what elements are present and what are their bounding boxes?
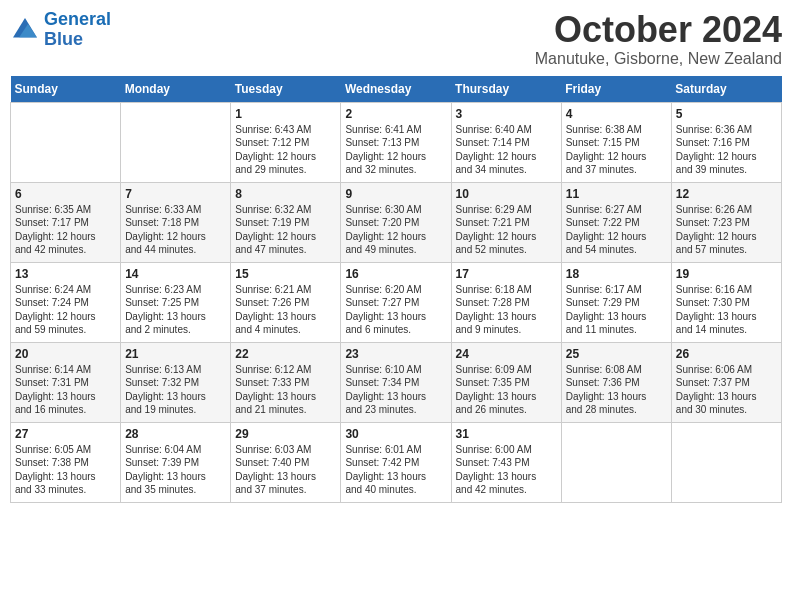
day-info: Sunrise: 6:23 AM Sunset: 7:25 PM Dayligh… (125, 283, 226, 337)
page-header: General Blue October 2024 Manutuke, Gisb… (10, 10, 782, 68)
weekday-header-tuesday: Tuesday (231, 76, 341, 103)
day-info: Sunrise: 6:27 AM Sunset: 7:22 PM Dayligh… (566, 203, 667, 257)
calendar-week-4: 20Sunrise: 6:14 AM Sunset: 7:31 PM Dayli… (11, 342, 782, 422)
logo: General Blue (10, 10, 111, 50)
calendar-cell: 23Sunrise: 6:10 AM Sunset: 7:34 PM Dayli… (341, 342, 451, 422)
calendar-cell (561, 422, 671, 502)
logo-line1: General (44, 9, 111, 29)
day-info: Sunrise: 6:29 AM Sunset: 7:21 PM Dayligh… (456, 203, 557, 257)
calendar-cell: 5Sunrise: 6:36 AM Sunset: 7:16 PM Daylig… (671, 102, 781, 182)
day-info: Sunrise: 6:26 AM Sunset: 7:23 PM Dayligh… (676, 203, 777, 257)
calendar-cell: 31Sunrise: 6:00 AM Sunset: 7:43 PM Dayli… (451, 422, 561, 502)
day-info: Sunrise: 6:06 AM Sunset: 7:37 PM Dayligh… (676, 363, 777, 417)
calendar-table: SundayMondayTuesdayWednesdayThursdayFrid… (10, 76, 782, 503)
day-info: Sunrise: 6:24 AM Sunset: 7:24 PM Dayligh… (15, 283, 116, 337)
weekday-header-friday: Friday (561, 76, 671, 103)
day-number: 25 (566, 347, 667, 361)
day-info: Sunrise: 6:20 AM Sunset: 7:27 PM Dayligh… (345, 283, 446, 337)
day-number: 20 (15, 347, 116, 361)
calendar-cell: 26Sunrise: 6:06 AM Sunset: 7:37 PM Dayli… (671, 342, 781, 422)
day-number: 14 (125, 267, 226, 281)
calendar-cell: 27Sunrise: 6:05 AM Sunset: 7:38 PM Dayli… (11, 422, 121, 502)
day-info: Sunrise: 6:35 AM Sunset: 7:17 PM Dayligh… (15, 203, 116, 257)
weekday-header-wednesday: Wednesday (341, 76, 451, 103)
day-number: 24 (456, 347, 557, 361)
calendar-cell: 10Sunrise: 6:29 AM Sunset: 7:21 PM Dayli… (451, 182, 561, 262)
calendar-cell: 1Sunrise: 6:43 AM Sunset: 7:12 PM Daylig… (231, 102, 341, 182)
day-info: Sunrise: 6:16 AM Sunset: 7:30 PM Dayligh… (676, 283, 777, 337)
calendar-cell: 22Sunrise: 6:12 AM Sunset: 7:33 PM Dayli… (231, 342, 341, 422)
day-number: 5 (676, 107, 777, 121)
weekday-header-sunday: Sunday (11, 76, 121, 103)
day-info: Sunrise: 6:38 AM Sunset: 7:15 PM Dayligh… (566, 123, 667, 177)
day-info: Sunrise: 6:12 AM Sunset: 7:33 PM Dayligh… (235, 363, 336, 417)
day-info: Sunrise: 6:08 AM Sunset: 7:36 PM Dayligh… (566, 363, 667, 417)
calendar-cell: 11Sunrise: 6:27 AM Sunset: 7:22 PM Dayli… (561, 182, 671, 262)
calendar-cell (11, 102, 121, 182)
day-number: 29 (235, 427, 336, 441)
calendar-cell: 13Sunrise: 6:24 AM Sunset: 7:24 PM Dayli… (11, 262, 121, 342)
calendar-cell: 4Sunrise: 6:38 AM Sunset: 7:15 PM Daylig… (561, 102, 671, 182)
calendar-cell: 21Sunrise: 6:13 AM Sunset: 7:32 PM Dayli… (121, 342, 231, 422)
calendar-cell: 14Sunrise: 6:23 AM Sunset: 7:25 PM Dayli… (121, 262, 231, 342)
day-info: Sunrise: 6:04 AM Sunset: 7:39 PM Dayligh… (125, 443, 226, 497)
day-number: 22 (235, 347, 336, 361)
calendar-week-3: 13Sunrise: 6:24 AM Sunset: 7:24 PM Dayli… (11, 262, 782, 342)
day-number: 27 (15, 427, 116, 441)
day-number: 28 (125, 427, 226, 441)
day-info: Sunrise: 6:05 AM Sunset: 7:38 PM Dayligh… (15, 443, 116, 497)
calendar-cell: 25Sunrise: 6:08 AM Sunset: 7:36 PM Dayli… (561, 342, 671, 422)
calendar-cell: 16Sunrise: 6:20 AM Sunset: 7:27 PM Dayli… (341, 262, 451, 342)
calendar-cell: 6Sunrise: 6:35 AM Sunset: 7:17 PM Daylig… (11, 182, 121, 262)
calendar-cell: 17Sunrise: 6:18 AM Sunset: 7:28 PM Dayli… (451, 262, 561, 342)
day-info: Sunrise: 6:30 AM Sunset: 7:20 PM Dayligh… (345, 203, 446, 257)
logo-text: General Blue (44, 10, 111, 50)
day-number: 8 (235, 187, 336, 201)
day-info: Sunrise: 6:43 AM Sunset: 7:12 PM Dayligh… (235, 123, 336, 177)
calendar-cell: 28Sunrise: 6:04 AM Sunset: 7:39 PM Dayli… (121, 422, 231, 502)
day-number: 15 (235, 267, 336, 281)
calendar-cell: 2Sunrise: 6:41 AM Sunset: 7:13 PM Daylig… (341, 102, 451, 182)
logo-line2: Blue (44, 29, 83, 49)
weekday-header-saturday: Saturday (671, 76, 781, 103)
calendar-cell: 20Sunrise: 6:14 AM Sunset: 7:31 PM Dayli… (11, 342, 121, 422)
day-number: 4 (566, 107, 667, 121)
day-number: 18 (566, 267, 667, 281)
calendar-cell (121, 102, 231, 182)
weekday-header-row: SundayMondayTuesdayWednesdayThursdayFrid… (11, 76, 782, 103)
day-info: Sunrise: 6:21 AM Sunset: 7:26 PM Dayligh… (235, 283, 336, 337)
calendar-week-5: 27Sunrise: 6:05 AM Sunset: 7:38 PM Dayli… (11, 422, 782, 502)
day-number: 17 (456, 267, 557, 281)
location: Manutuke, Gisborne, New Zealand (535, 50, 782, 68)
day-info: Sunrise: 6:40 AM Sunset: 7:14 PM Dayligh… (456, 123, 557, 177)
calendar-cell: 9Sunrise: 6:30 AM Sunset: 7:20 PM Daylig… (341, 182, 451, 262)
day-info: Sunrise: 6:01 AM Sunset: 7:42 PM Dayligh… (345, 443, 446, 497)
weekday-header-thursday: Thursday (451, 76, 561, 103)
day-info: Sunrise: 6:00 AM Sunset: 7:43 PM Dayligh… (456, 443, 557, 497)
month-title: October 2024 (535, 10, 782, 50)
calendar-cell (671, 422, 781, 502)
day-number: 1 (235, 107, 336, 121)
day-info: Sunrise: 6:14 AM Sunset: 7:31 PM Dayligh… (15, 363, 116, 417)
day-info: Sunrise: 6:18 AM Sunset: 7:28 PM Dayligh… (456, 283, 557, 337)
day-number: 30 (345, 427, 446, 441)
calendar-week-2: 6Sunrise: 6:35 AM Sunset: 7:17 PM Daylig… (11, 182, 782, 262)
day-info: Sunrise: 6:41 AM Sunset: 7:13 PM Dayligh… (345, 123, 446, 177)
calendar-cell: 7Sunrise: 6:33 AM Sunset: 7:18 PM Daylig… (121, 182, 231, 262)
day-info: Sunrise: 6:09 AM Sunset: 7:35 PM Dayligh… (456, 363, 557, 417)
day-number: 2 (345, 107, 446, 121)
day-info: Sunrise: 6:32 AM Sunset: 7:19 PM Dayligh… (235, 203, 336, 257)
day-number: 3 (456, 107, 557, 121)
day-number: 23 (345, 347, 446, 361)
day-info: Sunrise: 6:13 AM Sunset: 7:32 PM Dayligh… (125, 363, 226, 417)
day-number: 19 (676, 267, 777, 281)
day-info: Sunrise: 6:03 AM Sunset: 7:40 PM Dayligh… (235, 443, 336, 497)
day-info: Sunrise: 6:10 AM Sunset: 7:34 PM Dayligh… (345, 363, 446, 417)
calendar-cell: 19Sunrise: 6:16 AM Sunset: 7:30 PM Dayli… (671, 262, 781, 342)
day-number: 11 (566, 187, 667, 201)
day-info: Sunrise: 6:33 AM Sunset: 7:18 PM Dayligh… (125, 203, 226, 257)
calendar-week-1: 1Sunrise: 6:43 AM Sunset: 7:12 PM Daylig… (11, 102, 782, 182)
weekday-header-monday: Monday (121, 76, 231, 103)
calendar-cell: 24Sunrise: 6:09 AM Sunset: 7:35 PM Dayli… (451, 342, 561, 422)
calendar-cell: 12Sunrise: 6:26 AM Sunset: 7:23 PM Dayli… (671, 182, 781, 262)
